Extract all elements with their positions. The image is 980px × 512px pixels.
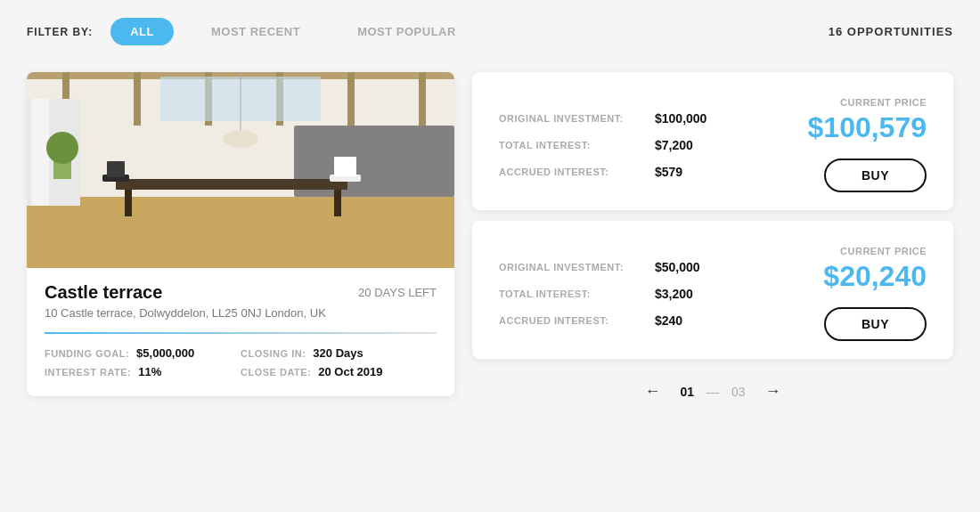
closing-in-label: CLOSING IN: bbox=[241, 348, 306, 359]
filter-btn-all[interactable]: ALL bbox=[110, 18, 174, 45]
accrued-interest-label-2: ACCRUED INTEREST: bbox=[499, 315, 637, 326]
current-price-label-2: CURRENT PRICE bbox=[840, 246, 927, 256]
svg-rect-16 bbox=[334, 190, 341, 216]
property-address: 10 Castle terrace, Dolwyddelon, LL25 0NJ… bbox=[45, 306, 437, 320]
current-price-block-1: CURRENT PRICE $100,579 BUY bbox=[748, 97, 927, 192]
current-price-block-2: CURRENT PRICE $20,240 BUY bbox=[748, 246, 927, 341]
property-info: Castle terrace 20 DAYS LEFT 10 Castle te… bbox=[27, 268, 454, 378]
filter-left: FILTER BY: ALL MOST RECENT MOST POPULAR bbox=[27, 18, 476, 45]
main-content: Castle terrace 20 DAYS LEFT 10 Castle te… bbox=[27, 72, 953, 404]
total-interest-label-2: TOTAL INTEREST: bbox=[499, 289, 637, 299]
inv-row-total-1: TOTAL INTEREST: $7,200 bbox=[499, 138, 748, 152]
svg-rect-20 bbox=[334, 157, 356, 176]
current-price-value-2: $20,240 bbox=[823, 260, 927, 293]
total-interest-label-1: TOTAL INTEREST: bbox=[499, 140, 637, 150]
investment-details-2: ORIGINAL INVESTMENT: $50,000 TOTAL INTER… bbox=[499, 260, 748, 328]
original-investment-value-1: $100,000 bbox=[655, 111, 706, 126]
filter-bar: FILTER BY: ALL MOST RECENT MOST POPULAR … bbox=[27, 18, 953, 45]
page-total: 03 bbox=[731, 385, 746, 399]
investment-details-1: ORIGINAL INVESTMENT: $100,000 TOTAL INTE… bbox=[499, 111, 748, 179]
property-stats: FUNDING GOAL: $5,000,000 CLOSING IN: 320… bbox=[45, 346, 437, 378]
inv-row-total-2: TOTAL INTEREST: $3,200 bbox=[499, 287, 748, 301]
svg-rect-14 bbox=[116, 179, 347, 190]
filter-btn-most-popular[interactable]: MOST POPULAR bbox=[338, 18, 476, 45]
investment-card-1: ORIGINAL INVESTMENT: $100,000 TOTAL INTE… bbox=[472, 72, 953, 210]
page-wrapper: FILTER BY: ALL MOST RECENT MOST POPULAR … bbox=[0, 0, 980, 512]
current-price-value-1: $100,579 bbox=[808, 111, 927, 144]
close-date-row: CLOSE DATE: 20 Oct 2019 bbox=[241, 365, 437, 378]
svg-rect-8 bbox=[347, 72, 355, 126]
inv-row-original-1: ORIGINAL INVESTMENT: $100,000 bbox=[499, 111, 748, 126]
page-current: 01 bbox=[680, 385, 694, 399]
interest-rate-label: INTEREST RATE: bbox=[45, 367, 131, 378]
opportunities-count: 16 OPPORTUNITIES bbox=[829, 25, 953, 38]
prev-page-button[interactable]: ← bbox=[637, 378, 667, 404]
pagination: ← 01 — 03 → bbox=[472, 378, 953, 404]
filter-label: FILTER BY: bbox=[27, 26, 93, 38]
svg-rect-12 bbox=[31, 99, 49, 206]
svg-rect-5 bbox=[134, 72, 141, 126]
original-investment-label-1: ORIGINAL INVESTMENT: bbox=[499, 113, 637, 124]
property-title: Castle terrace bbox=[45, 282, 162, 303]
divider bbox=[45, 332, 437, 334]
svg-rect-15 bbox=[125, 190, 132, 216]
svg-rect-18 bbox=[107, 161, 125, 177]
close-date-label: CLOSE DATE: bbox=[241, 367, 311, 378]
buy-button-2[interactable]: BUY bbox=[824, 307, 927, 341]
inv-row-accrued-1: ACCRUED INTEREST: $579 bbox=[499, 165, 748, 179]
original-investment-value-2: $50,000 bbox=[655, 260, 700, 274]
closing-in-value: 320 Days bbox=[313, 346, 363, 360]
total-interest-value-2: $3,200 bbox=[655, 287, 693, 301]
right-panel: ORIGINAL INVESTMENT: $100,000 TOTAL INTE… bbox=[472, 72, 953, 404]
current-price-label-1: CURRENT PRICE bbox=[840, 97, 927, 108]
closing-in-row: CLOSING IN: 320 Days bbox=[241, 346, 437, 360]
page-separator: — bbox=[706, 385, 719, 399]
accrued-interest-value-2: $240 bbox=[655, 313, 682, 328]
days-left: 20 DAYS LEFT bbox=[358, 286, 437, 299]
svg-rect-9 bbox=[419, 72, 426, 126]
accrued-interest-label-1: ACCRUED INTEREST: bbox=[499, 167, 637, 177]
funding-goal-label: FUNDING GOAL: bbox=[45, 348, 129, 359]
inv-row-original-2: ORIGINAL INVESTMENT: $50,000 bbox=[499, 260, 748, 274]
filter-btn-most-recent[interactable]: MOST RECENT bbox=[192, 18, 320, 45]
interest-rate-row: INTEREST RATE: 11% bbox=[45, 365, 241, 378]
property-card: Castle terrace 20 DAYS LEFT 10 Castle te… bbox=[27, 72, 454, 396]
next-page-button[interactable]: → bbox=[758, 378, 788, 404]
funding-goal-value: $5,000,000 bbox=[136, 346, 194, 360]
accrued-interest-value-1: $579 bbox=[655, 165, 682, 179]
property-title-row: Castle terrace 20 DAYS LEFT bbox=[45, 282, 437, 303]
buy-button-1[interactable]: BUY bbox=[824, 158, 927, 192]
investment-card-2: ORIGINAL INVESTMENT: $50,000 TOTAL INTER… bbox=[472, 221, 953, 359]
funding-goal-row: FUNDING GOAL: $5,000,000 bbox=[45, 346, 241, 360]
interest-rate-value: 11% bbox=[138, 365, 161, 378]
total-interest-value-1: $7,200 bbox=[655, 138, 693, 152]
original-investment-label-2: ORIGINAL INVESTMENT: bbox=[499, 262, 637, 272]
property-image bbox=[27, 72, 454, 268]
svg-rect-2 bbox=[27, 197, 454, 268]
close-date-value: 20 Oct 2019 bbox=[318, 365, 382, 378]
svg-point-22 bbox=[46, 132, 78, 164]
svg-point-24 bbox=[223, 130, 258, 148]
inv-row-accrued-2: ACCRUED INTEREST: $240 bbox=[499, 313, 748, 328]
